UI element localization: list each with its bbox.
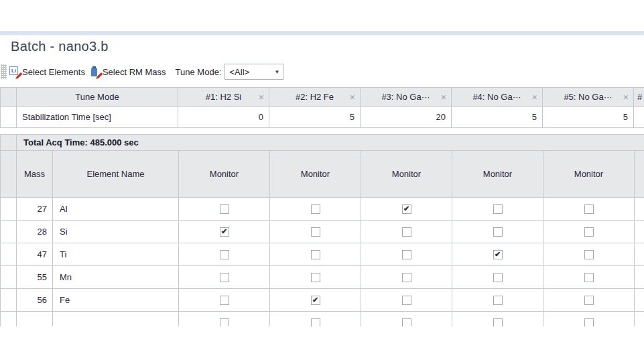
- tune-tab-3[interactable]: #3: No Ga···×: [361, 88, 452, 107]
- close-icon[interactable]: ×: [623, 93, 629, 102]
- monitor-checkbox[interactable]: ✔: [493, 250, 503, 259]
- acq-body: 27Al✔28Si✔47Ti✔55Mn56Fe✔: [1, 198, 644, 326]
- monitor-cell: [179, 198, 270, 221]
- monitor-cell: [179, 266, 270, 289]
- monitor-checkbox[interactable]: [584, 273, 594, 282]
- toolbar-grip-handle[interactable]: [1, 64, 7, 79]
- table-row: 28Si✔: [1, 221, 644, 243]
- monitor-cell: [270, 266, 361, 289]
- stabilization-time-cell[interactable]: 20: [361, 107, 452, 128]
- monitor-checkbox[interactable]: [584, 250, 594, 259]
- element-cell[interactable]: Ti: [53, 243, 179, 266]
- stabilization-time-cell[interactable]: 5: [543, 107, 634, 128]
- row-selector[interactable]: [1, 107, 17, 128]
- element-cell[interactable]: Al: [53, 198, 179, 221]
- acquisition-grid: Total Acq Time: 485.000 sec Mass Element…: [0, 134, 644, 326]
- monitor-checkbox[interactable]: ✔: [402, 204, 411, 214]
- monitor-cell: [543, 198, 635, 221]
- total-acq-time-text: Total Acq Time: 485.000 sec: [17, 135, 644, 151]
- monitor-checkbox[interactable]: [584, 204, 594, 214]
- stabilization-time-cell[interactable]: [634, 107, 644, 128]
- monitor-cell: [179, 312, 270, 326]
- monitor-checkbox[interactable]: [584, 318, 594, 327]
- row-selector[interactable]: [1, 198, 17, 221]
- tune-tab-label: #2: H2 Fe: [296, 92, 334, 102]
- table-row: 47Ti✔: [1, 243, 644, 266]
- column-header-monitor-5: Monitor: [543, 151, 635, 198]
- close-icon[interactable]: ×: [259, 93, 264, 102]
- select-elements-button[interactable]: Li Select Elements: [9, 66, 85, 78]
- tune-tab-label: #: [637, 92, 642, 102]
- tune-mode-label: Tune Mode:: [176, 67, 222, 77]
- mass-cell[interactable]: [17, 312, 53, 326]
- monitor-checkbox[interactable]: [220, 204, 229, 214]
- acq-header-row: Mass Element Name MonitorMonitorMonitorM…: [1, 151, 644, 198]
- close-icon[interactable]: ×: [350, 93, 355, 102]
- monitor-checkbox[interactable]: [220, 250, 229, 259]
- element-cell[interactable]: [53, 312, 179, 326]
- acq-header-selector: [1, 151, 17, 198]
- monitor-checkbox[interactable]: ✔: [220, 227, 229, 237]
- mass-cell[interactable]: 28: [17, 221, 53, 243]
- monitor-cell: [452, 198, 543, 221]
- monitor-checkbox[interactable]: [402, 273, 411, 282]
- monitor-cell: [543, 289, 635, 312]
- monitor-checkbox[interactable]: [220, 318, 229, 327]
- tune-mode-dropdown[interactable]: <All> ▼: [224, 64, 283, 80]
- tune-tab-5[interactable]: #5: No Ga···×: [543, 88, 634, 107]
- monitor-cell: [543, 243, 635, 266]
- monitor-checkbox[interactable]: [493, 204, 503, 214]
- monitor-checkbox[interactable]: [311, 227, 320, 237]
- element-cell[interactable]: Fe: [53, 289, 179, 312]
- row-selector[interactable]: [1, 312, 17, 326]
- close-icon[interactable]: ×: [532, 93, 537, 102]
- monitor-cell: [452, 289, 543, 312]
- mass-cell[interactable]: 55: [17, 266, 53, 289]
- column-header-monitor-6: Monitor: [635, 151, 644, 198]
- monitor-checkbox[interactable]: [493, 273, 503, 282]
- tune-tab-4[interactable]: #4: No Ga···×: [452, 88, 543, 107]
- total-acq-time-band: Total Acq Time: 485.000 sec: [1, 135, 644, 151]
- monitor-checkbox[interactable]: [402, 296, 411, 305]
- monitor-checkbox[interactable]: [402, 250, 411, 259]
- monitor-checkbox[interactable]: [311, 318, 320, 327]
- monitor-checkbox[interactable]: [220, 296, 229, 305]
- row-selector[interactable]: [1, 266, 17, 289]
- stabilization-time-cell[interactable]: 5: [452, 107, 543, 128]
- stabilization-time-cell[interactable]: 5: [269, 107, 361, 128]
- element-cell[interactable]: Si: [53, 221, 179, 243]
- row-selector[interactable]: [1, 221, 17, 243]
- stabilization-time-cell[interactable]: 0: [178, 107, 269, 128]
- element-cell[interactable]: Mn: [53, 266, 179, 289]
- mass-cell[interactable]: 47: [17, 243, 53, 266]
- monitor-checkbox[interactable]: [311, 204, 320, 214]
- monitor-checkbox[interactable]: [493, 296, 503, 305]
- column-header-monitor-1: Monitor: [179, 151, 270, 198]
- row-selector[interactable]: [1, 289, 17, 312]
- monitor-checkbox[interactable]: [311, 250, 320, 259]
- monitor-checkbox[interactable]: [584, 227, 594, 237]
- tune-tab-6[interactable]: #: [634, 88, 644, 107]
- mass-cell[interactable]: 56: [17, 289, 53, 312]
- pencil-icon: [15, 72, 23, 79]
- monitor-cell: [452, 266, 543, 289]
- column-header-monitor-4: Monitor: [452, 151, 543, 198]
- monitor-checkbox[interactable]: [493, 227, 503, 237]
- monitor-checkbox[interactable]: [493, 318, 503, 327]
- close-icon[interactable]: ×: [441, 93, 446, 102]
- stabilization-row: Stabilization Time [sec] 052055: [1, 107, 644, 128]
- select-rm-mass-button[interactable]: Select RM Mass: [89, 66, 166, 78]
- monitor-checkbox[interactable]: [220, 273, 229, 282]
- tune-grid-corner-selector: [1, 88, 17, 107]
- row-selector[interactable]: [1, 243, 17, 266]
- table-row: 55Mn: [1, 266, 644, 289]
- monitor-cell: [361, 243, 452, 266]
- tune-tab-1[interactable]: #1: H2 Si×: [178, 88, 269, 107]
- monitor-checkbox[interactable]: [311, 273, 320, 282]
- monitor-checkbox[interactable]: [402, 318, 411, 327]
- tune-tab-2[interactable]: #2: H2 Fe×: [269, 88, 361, 107]
- monitor-checkbox[interactable]: [584, 296, 594, 305]
- monitor-checkbox[interactable]: [402, 227, 411, 237]
- monitor-checkbox[interactable]: ✔: [311, 296, 320, 305]
- mass-cell[interactable]: 27: [17, 198, 53, 221]
